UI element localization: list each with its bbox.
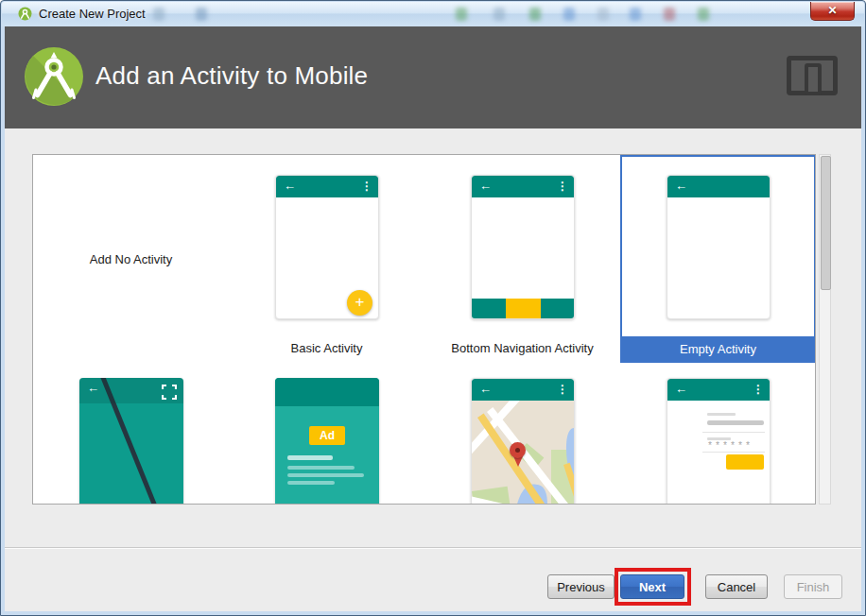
blurred-taskbar-icon [630,8,641,21]
back-arrow-icon [675,179,687,194]
empty-activity-thumbnail [667,175,771,319]
maps-activity-thumbnail [471,378,575,505]
close-button[interactable]: ✕ [810,2,855,21]
mobile-form-factor-icon [787,56,838,95]
overflow-menu-icon [753,382,764,397]
back-arrow-icon [87,381,99,396]
password-mask: ****** [707,441,753,452]
thumbnail-appbar [275,378,379,406]
dialog-content: Add an Activity to Mobile Add No Activit… [5,26,861,611]
map-preview [472,401,574,505]
back-arrow-icon [675,382,687,397]
android-studio-window-icon [18,7,32,21]
form-divider [702,432,765,433]
form-divider [702,452,765,453]
text-placeholder-line [287,455,333,460]
back-arrow-icon [479,382,492,397]
finish-button: Finish [784,574,842,599]
overflow-menu-icon [361,179,372,194]
text-placeholder-line [287,473,364,477]
blurred-taskbar-icon [664,8,675,21]
blurred-taskbar-icon [598,8,609,21]
thumbnail-appbar [472,379,574,401]
gallery-scrollbar-thumb[interactable] [821,156,831,290]
fullscreen-expand-icon [162,385,177,400]
footer-divider [5,547,861,548]
gallery-cell-google-maps-activity[interactable] [424,363,620,505]
overflow-menu-icon [557,179,568,194]
gallery-cell-add-no-activity[interactable]: Add No Activity [33,155,229,363]
login-activity-thumbnail: ****** [667,378,771,505]
text-placeholder-line [287,481,335,485]
text-placeholder-line [287,466,355,470]
admob-activity-thumbnail: Ad [275,378,379,505]
page-title: Add an Activity to Mobile [95,61,368,91]
template-label: Basic Activity [229,341,424,355]
blurred-taskbar-icon [196,8,207,21]
ad-banner: Ad [309,426,345,445]
template-label: Add No Activity [33,252,229,266]
cancel-button[interactable]: Cancel [705,574,768,599]
android-studio-logo-icon [25,47,83,106]
form-label-placeholder [707,437,731,440]
login-button-placeholder [726,454,764,470]
back-arrow-icon [284,179,296,194]
blurred-taskbar-icon [153,8,165,21]
gallery-cell-fullscreen-activity[interactable] [33,363,229,505]
dialog-window: Create New Project ✕ Add an Activity to … [0,0,866,616]
form-label-placeholder [707,413,736,416]
previous-button[interactable]: Previous [547,574,615,599]
activity-template-gallery: Add No Activity Basic Activity [32,154,816,505]
blurred-taskbar-icon [563,8,575,21]
thumbnail-appbar [667,176,770,197]
gallery-cell-empty-activity-selected[interactable]: Empty Activity [620,155,816,363]
thumbnail-appbar [276,176,378,197]
thumbnail-appbar [472,176,574,197]
wizard-header: Add an Activity to Mobile [5,26,861,128]
gallery-cell-login-activity[interactable]: ****** [620,363,816,505]
template-label: Bottom Navigation Activity [424,341,620,355]
blurred-taskbar-icon [529,8,541,21]
selected-template-label: Empty Activity [622,336,814,361]
blurred-taskbar-icon [494,8,505,21]
bottom-nav-bar [472,299,574,318]
thumbnail-appbar [667,379,770,401]
form-input-placeholder [707,420,764,425]
title-bar[interactable]: Create New Project ✕ [2,2,864,26]
blurred-taskbar-icon [456,8,467,21]
next-button[interactable]: Next [620,574,684,599]
fullscreen-activity-thumbnail [79,378,183,505]
basic-activity-thumbnail [275,175,379,319]
gallery-cell-admob-activity[interactable]: Ad [229,363,424,505]
window-title: Create New Project [39,7,146,21]
map-pin-icon [510,442,526,458]
overflow-menu-icon [557,382,568,397]
fab-plus-icon [347,290,372,316]
phone-icon [805,63,822,95]
back-arrow-icon [479,179,492,194]
gallery-cell-basic-activity[interactable]: Basic Activity [229,155,424,363]
bottom-navigation-thumbnail [471,175,575,319]
gallery-cell-bottom-navigation-activity[interactable]: Bottom Navigation Activity [424,155,620,363]
gallery-scrollbar-track[interactable] [819,154,831,505]
blurred-taskbar-icon [698,8,709,21]
